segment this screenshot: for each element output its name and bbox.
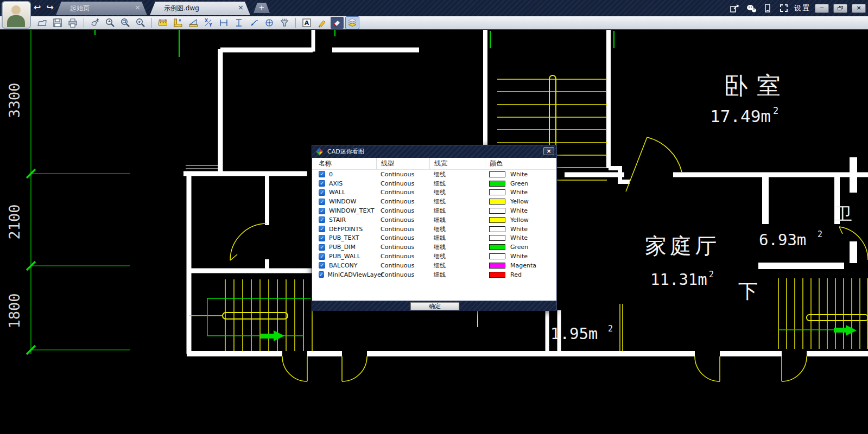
center-mark-icon[interactable] xyxy=(263,17,276,29)
layer-checkbox[interactable]: ✓ xyxy=(319,271,324,278)
settings-button[interactable]: 设置 xyxy=(794,3,810,13)
layer-row[interactable]: ✓ MiniCADViewLayer Continuous 细线 Red xyxy=(312,270,556,279)
layer-linetype: Continuous xyxy=(381,234,434,241)
dialog-footer: 确定 xyxy=(312,301,556,311)
layer-row[interactable]: ✓ WINDOW Continuous 细线 Yellow xyxy=(312,197,556,206)
layer-color-swatch[interactable] xyxy=(489,235,505,241)
minimize-button[interactable]: ─ xyxy=(815,4,829,13)
layer-checkbox[interactable]: ✓ xyxy=(319,171,325,177)
layer-color-name: Yellow xyxy=(510,198,529,205)
layer-color-swatch[interactable] xyxy=(489,181,505,187)
layer-checkbox[interactable]: ✓ xyxy=(319,253,325,260)
layer-color-swatch[interactable] xyxy=(489,253,505,259)
layer-checkbox[interactable]: ✓ xyxy=(319,226,325,232)
tab-close-icon[interactable]: × xyxy=(238,4,244,11)
layer-linetype: Continuous xyxy=(381,271,434,278)
layer-row[interactable]: ✓ BALCONY Continuous 细线 Magenta xyxy=(312,261,556,270)
save-icon[interactable] xyxy=(51,17,64,29)
wechat-icon[interactable] xyxy=(745,3,757,14)
bath-area: 6.93m xyxy=(759,231,806,249)
col-lineweight: 线宽 xyxy=(429,158,489,169)
eraser-icon[interactable] xyxy=(331,17,344,29)
layer-color-swatch[interactable] xyxy=(489,272,505,278)
zoom-window-icon[interactable] xyxy=(119,17,132,29)
measure-distance-icon[interactable] xyxy=(156,17,169,29)
layer-row[interactable]: ✓ WALL Continuous 细线 White xyxy=(312,188,556,197)
layer-color-name: Red xyxy=(510,271,522,278)
measure-area-icon[interactable] xyxy=(187,17,200,29)
layer-row[interactable]: ✓ STAIR Continuous 细线 Yellow xyxy=(312,215,556,225)
forward-button[interactable]: ↪ xyxy=(46,2,53,12)
leader-icon[interactable] xyxy=(248,17,261,29)
tab-start-page[interactable]: 起始页 × xyxy=(56,2,147,15)
dialog-close-button[interactable]: × xyxy=(543,147,554,155)
bedroom-area-sup: 2 xyxy=(773,105,778,116)
zoom-in-out-icon[interactable]: ± xyxy=(104,17,117,29)
layer-color-swatch[interactable] xyxy=(489,199,505,205)
hall-area: 11.31m xyxy=(650,270,707,289)
layer-row[interactable]: ✓ 0 Continuous 细线 White xyxy=(312,170,556,179)
layer-color-swatch[interactable] xyxy=(489,171,505,177)
layer-lineweight: 细线 xyxy=(434,252,489,260)
measure-vertical-icon[interactable] xyxy=(172,17,185,29)
share-icon[interactable] xyxy=(729,3,741,14)
mobile-icon[interactable] xyxy=(762,3,774,14)
layer-row[interactable]: ✓ AXIS Continuous 细线 Green xyxy=(312,179,556,188)
layer-color-swatch[interactable] xyxy=(489,226,505,232)
new-tab-button[interactable]: + xyxy=(254,3,270,13)
layer-color-swatch[interactable] xyxy=(489,208,505,214)
layer-checkbox[interactable]: ✓ xyxy=(319,244,325,251)
layer-color-name: Green xyxy=(510,244,528,251)
text-icon[interactable]: A xyxy=(300,17,313,29)
restore-icon xyxy=(838,6,843,10)
zoom-previous-icon[interactable] xyxy=(134,17,147,29)
layer-row[interactable]: ✓ PUB_WALL Continuous 细线 White xyxy=(312,252,556,261)
layer-linetype: Continuous xyxy=(381,253,434,260)
layer-checkbox[interactable]: ✓ xyxy=(319,189,325,196)
layer-checkbox[interactable]: ✓ xyxy=(319,180,325,187)
layer-name: WINDOW_TEXT xyxy=(329,207,375,214)
layer-checkbox[interactable]: ✓ xyxy=(319,208,325,214)
back-button[interactable]: ↩ xyxy=(34,2,41,12)
col-name: 名称 xyxy=(319,158,381,169)
close-button[interactable]: × xyxy=(852,4,866,13)
tab-drawing[interactable]: 示例图.dwg × xyxy=(150,2,250,15)
layers-icon[interactable] xyxy=(346,17,359,29)
layer-color-swatch[interactable] xyxy=(489,217,505,223)
layer-row[interactable]: ✓ DEFPOINTS Continuous 细线 White xyxy=(312,225,556,234)
layer-row[interactable]: ✓ WINDOW_TEXT Continuous 细线 White xyxy=(312,206,556,215)
layer-color-swatch[interactable] xyxy=(489,189,505,195)
dimension-vertical-icon[interactable] xyxy=(232,17,245,29)
restore-button[interactable] xyxy=(833,4,847,13)
dimension-horizontal-icon[interactable] xyxy=(217,17,230,29)
layer-color-swatch[interactable] xyxy=(489,263,505,269)
layer-name: PUB_DIM xyxy=(329,244,356,251)
layer-linetype: Continuous xyxy=(381,180,434,187)
tab-close-icon[interactable]: × xyxy=(135,4,141,11)
layer-row[interactable]: ✓ PUB_TEXT Continuous 细线 White xyxy=(312,234,556,243)
fullscreen-icon[interactable] xyxy=(778,3,790,14)
dialog-title-bar[interactable]: CAD迷你看图 × xyxy=(312,145,556,158)
user-avatar[interactable] xyxy=(2,1,31,29)
layer-checkbox[interactable]: ✓ xyxy=(319,199,325,205)
hall-area-sup: 2 xyxy=(709,270,714,279)
layer-color-name: White xyxy=(510,207,528,214)
ok-button[interactable]: 确定 xyxy=(410,302,459,310)
layer-checkbox[interactable]: ✓ xyxy=(319,216,325,223)
layer-linetype: Continuous xyxy=(381,207,434,214)
layer-checkbox[interactable]: ✓ xyxy=(319,262,325,269)
svg-text:±: ± xyxy=(107,20,111,24)
layer-color-swatch[interactable] xyxy=(489,244,505,250)
open-icon[interactable] xyxy=(36,17,49,29)
layer-checkbox[interactable]: ✓ xyxy=(319,235,325,241)
print-icon[interactable] xyxy=(66,17,79,29)
layer-dialog: CAD迷你看图 × 名称 线型 线宽 颜色 ✓ 0 Continuous xyxy=(312,145,557,310)
pan-icon[interactable] xyxy=(88,17,102,29)
layer-row[interactable]: ✓ PUB_DIM Continuous 细线 Green xyxy=(312,242,556,252)
layer-color-name: White xyxy=(510,253,528,260)
draw-pencil-icon[interactable] xyxy=(315,17,328,29)
layer-filter-icon[interactable] xyxy=(278,17,291,29)
measure-coordinates-icon[interactable]: XY xyxy=(202,17,215,29)
small-room-area-sup: 2 xyxy=(608,324,613,334)
layer-name: PUB_TEXT xyxy=(329,234,359,241)
